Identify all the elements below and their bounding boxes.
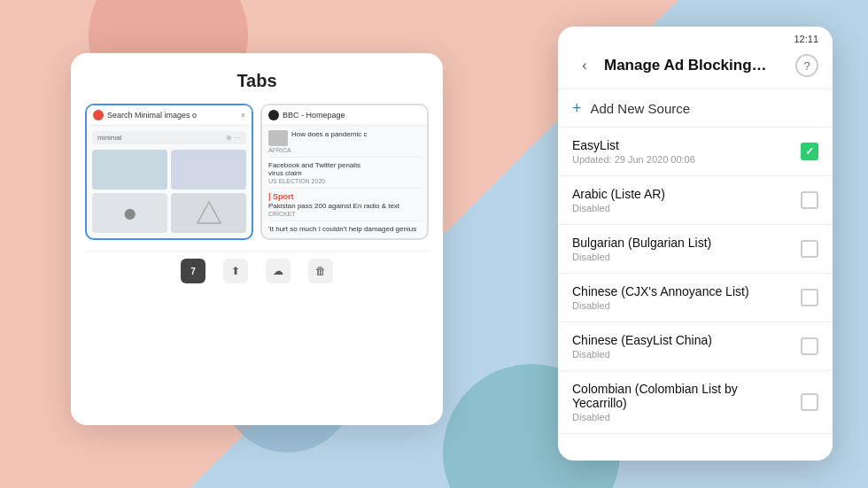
source-item-2: Bulgarian (Bulgarian List)Disabled	[558, 225, 833, 274]
share-icon[interactable]: ⬆	[223, 259, 248, 283]
source-item-1: Arabic (Liste AR)Disabled	[558, 176, 833, 225]
source-item-5: Colombian (Colombian List by Yecarrillo)…	[558, 371, 833, 434]
mini-img-2	[171, 150, 246, 190]
tabs-panel: Tabs Search Minimal images o × minimal ⊕…	[71, 53, 443, 425]
source-sub-3: Disabled	[572, 300, 792, 311]
source-item-0: EasyListUpdated: 29 Jun 2020 00:06	[558, 128, 833, 176]
camera-icon: ⬤	[124, 207, 136, 220]
tabs-grid: Search Minimal images o × minimal ⊕ ⋯ ⬤	[85, 104, 429, 240]
status-bar: 12:11	[558, 27, 833, 46]
source-info-5: Colombian (Colombian List by Yecarrillo)…	[572, 382, 792, 422]
source-checkbox-3[interactable]	[801, 289, 818, 306]
source-name-4: Chinese (EasyList China)	[572, 333, 792, 347]
source-checkbox-0[interactable]	[801, 143, 818, 160]
source-name-3: Chinese (CJX's Annoyance List)	[572, 284, 792, 298]
source-sub-2: Disabled	[572, 252, 792, 262]
bbc-thumb-1	[268, 130, 288, 146]
add-source-plus-icon: +	[572, 100, 582, 116]
tab-count-label: 7	[190, 267, 196, 276]
source-info-2: Bulgarian (Bulgarian List)Disabled	[572, 236, 792, 262]
sport-title: | Sport	[268, 192, 421, 201]
tab-card-bbc[interactable]: BBC - Homepage How does a pandemic c AFR…	[260, 104, 429, 240]
bbc-article-1: How does a pandemic c AFRICA	[268, 130, 421, 158]
svg-marker-0	[198, 202, 221, 223]
source-name-0: EasyList	[572, 138, 792, 152]
source-info-4: Chinese (EasyList China)Disabled	[572, 333, 792, 360]
bbc-sport-1-text: Pakistan pass 200 against En radio & tex…	[268, 202, 399, 210]
tab-card-minimal-header: Search Minimal images o ×	[87, 105, 252, 126]
tab-title-bbc: BBC - Homepage	[283, 111, 421, 120]
tab-bbc-content: How does a pandemic c AFRICA Facebook an…	[262, 126, 427, 237]
mini-search-icons: ⊕ ⋯	[226, 134, 241, 142]
ad-panel-title: Manage Ad Blocking…	[604, 57, 788, 74]
add-source-label: Add New Source	[591, 101, 691, 116]
trash-icon[interactable]: 🗑	[308, 259, 333, 283]
source-info-1: Arabic (Liste AR)Disabled	[572, 187, 792, 213]
shape-svg	[196, 200, 222, 227]
back-icon: ‹	[582, 58, 586, 74]
source-sub-0: Updated: 29 Jun 2020 00:06	[572, 154, 792, 165]
help-icon: ?	[803, 59, 810, 73]
source-name-5: Colombian (Colombian List by Yecarrillo)	[572, 382, 792, 410]
mini-search-text: minimal	[97, 134, 122, 142]
sport-icon: |	[268, 192, 271, 201]
tab-title-minimal: Search Minimal images o	[107, 111, 237, 120]
tab-card-minimal[interactable]: Search Minimal images o × minimal ⊕ ⋯ ⬤	[85, 104, 253, 240]
source-item-4: Chinese (EasyList China)Disabled	[558, 322, 833, 371]
mini-img-4	[171, 193, 246, 233]
ad-blocking-panel: 12:11 ‹ Manage Ad Blocking… ? + Add New …	[558, 27, 833, 461]
bbc-sport-1: Pakistan pass 200 against En radio & tex…	[268, 202, 421, 221]
bbc-article-1-text: How does a pandemic c	[291, 130, 367, 138]
bbc-tag-2: US ELECTION 2020	[268, 178, 421, 184]
source-name-1: Arabic (Liste AR)	[572, 187, 792, 201]
bbc-article-1-thumb: How does a pandemic c	[268, 130, 421, 146]
tab-close-minimal[interactable]: ×	[241, 111, 245, 120]
tab-favicon-bbc	[268, 110, 279, 120]
source-info-3: Chinese (CJX's Annoyance List)Disabled	[572, 284, 792, 311]
bbc-sport-2: 'It hurt so much I couldn't help damaged…	[268, 225, 421, 233]
bbc-tag-1: AFRICA	[268, 147, 421, 153]
help-button[interactable]: ?	[795, 54, 818, 77]
bbc-article-2-sub: virus claim	[268, 169, 302, 177]
cloud-icon[interactable]: ☁	[266, 259, 291, 283]
tab-card-bbc-header: BBC - Homepage	[262, 105, 427, 126]
source-sub-1: Disabled	[572, 203, 792, 213]
source-sub-5: Disabled	[572, 412, 792, 422]
source-info-0: EasyListUpdated: 29 Jun 2020 00:06	[572, 138, 792, 165]
source-checkbox-1[interactable]	[801, 191, 818, 209]
tab-minimal-content: minimal ⊕ ⋯ ⬤	[87, 126, 252, 238]
mini-img-3: ⬤	[92, 193, 167, 233]
bbc-article-2-text: Facebook and Twitter penalis	[268, 161, 360, 169]
source-item-3: Chinese (CJX's Annoyance List)Disabled	[558, 274, 833, 322]
source-checkbox-5[interactable]	[801, 393, 818, 411]
ad-panel-header: ‹ Manage Ad Blocking… ?	[558, 46, 833, 89]
add-source-row[interactable]: + Add New Source	[558, 89, 833, 128]
tabs-panel-title: Tabs	[85, 71, 429, 91]
sport-label: Sport	[273, 192, 294, 201]
source-checkbox-4[interactable]	[801, 337, 818, 355]
source-checkbox-2[interactable]	[801, 240, 818, 258]
source-name-2: Bulgarian (Bulgarian List)	[572, 236, 792, 250]
bbc-tag-3: CRICKET	[268, 211, 421, 217]
mini-img-1	[92, 150, 167, 190]
bbc-article-2: Facebook and Twitter penalis virus claim…	[268, 161, 421, 189]
source-sub-4: Disabled	[572, 349, 792, 360]
tabs-bottom-bar: 7 ⬆ ☁ 🗑	[85, 251, 429, 283]
bbc-sport-2-text: 'It hurt so much I couldn't help damaged…	[268, 225, 416, 233]
source-list: EasyListUpdated: 29 Jun 2020 00:06Arabic…	[558, 128, 833, 461]
tab-count-icon[interactable]: 7	[181, 259, 205, 283]
tab-favicon-minimal	[93, 110, 104, 120]
mini-search-bar: minimal ⊕ ⋯	[92, 131, 246, 144]
back-button[interactable]: ‹	[572, 53, 597, 78]
